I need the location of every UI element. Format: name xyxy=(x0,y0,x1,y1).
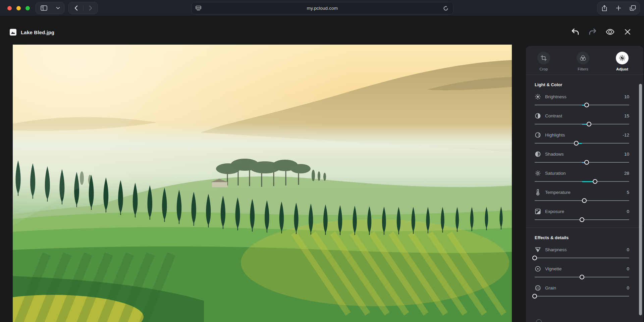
brightness-slider-thumb[interactable] xyxy=(584,103,589,107)
saturation-row: Saturation28 xyxy=(535,169,629,184)
share-button[interactable] xyxy=(597,2,611,14)
temperature-slider[interactable] xyxy=(535,198,629,203)
grain-icon xyxy=(535,285,541,291)
sharpness-icon xyxy=(535,247,541,253)
slider-label: Highlights xyxy=(545,132,565,138)
editor-header: Lake Bled.jpg xyxy=(0,16,644,45)
sidebar-menu-button[interactable] xyxy=(52,2,64,14)
address-bar[interactable]: my.pcloud.com xyxy=(191,2,453,14)
tab-label: Filters xyxy=(578,67,588,71)
slider-label: Vignette xyxy=(545,266,561,271)
window-controls xyxy=(7,6,30,10)
highlights-row: Highlights-12 xyxy=(535,130,629,146)
shadows-row: Shadows10 xyxy=(535,150,629,165)
section-light-color: Light & ColorBrightness10Contrast15Highl… xyxy=(526,82,643,222)
contrast-row: Contrast15 xyxy=(535,111,629,126)
slider-label: Exposure xyxy=(545,209,564,214)
shadows-slider[interactable] xyxy=(535,160,629,165)
grain-slider[interactable] xyxy=(535,294,629,299)
image-file-icon xyxy=(10,29,16,36)
plus-icon xyxy=(616,5,621,11)
grain-slider-thumb[interactable] xyxy=(532,294,537,299)
exposure-slider-thumb[interactable] xyxy=(580,217,584,222)
vignette-slider[interactable] xyxy=(535,275,629,279)
preview-button[interactable] xyxy=(606,28,614,36)
temperature-icon xyxy=(535,189,541,195)
slider-label: Brightness xyxy=(545,94,567,99)
redo-button[interactable] xyxy=(588,28,597,36)
shadows-icon xyxy=(535,151,541,157)
section-title: Light & Color xyxy=(535,82,629,88)
exposure-icon xyxy=(535,208,541,214)
undo-button[interactable] xyxy=(571,28,580,36)
section-effects-details: Effects & detailsSharpness0Vignette0Grai… xyxy=(526,235,643,299)
saturation-slider[interactable] xyxy=(535,179,629,184)
reload-button[interactable] xyxy=(443,6,448,11)
adjust-panel: CropFiltersAdjust Light & ColorBrightnes… xyxy=(526,46,643,322)
slider-label: Temperature xyxy=(545,190,571,195)
slider-label: Contrast xyxy=(545,113,562,118)
exposure-slider[interactable] xyxy=(535,217,629,222)
slider-value: 0 xyxy=(627,209,629,214)
highlights-slider[interactable] xyxy=(535,141,629,146)
file-title: Lake Bled.jpg xyxy=(10,29,54,36)
vignette-row: Vignette0 xyxy=(535,264,629,279)
forward-button[interactable] xyxy=(84,2,98,14)
chevron-right-icon xyxy=(89,5,92,11)
tab-filters[interactable]: Filters xyxy=(577,52,589,71)
contrast-slider[interactable] xyxy=(535,122,629,126)
back-button[interactable] xyxy=(69,2,83,14)
vignette-slider-thumb[interactable] xyxy=(580,275,584,279)
adjust-icon xyxy=(616,52,629,64)
slider-value: 28 xyxy=(624,171,629,176)
chevron-down-icon xyxy=(56,7,60,9)
undo-icon xyxy=(571,29,579,35)
close-icon xyxy=(625,29,631,35)
tab-label: Adjust xyxy=(616,67,628,71)
tab-adjust[interactable]: Adjust xyxy=(616,52,629,71)
close-window-button[interactable] xyxy=(7,6,12,10)
filters-icon xyxy=(577,52,589,64)
redo-icon xyxy=(589,29,597,35)
sharpness-row: Sharpness0 xyxy=(535,245,629,260)
crop-icon xyxy=(537,52,550,64)
contrast-slider-thumb[interactable] xyxy=(587,122,591,126)
temperature-slider-thumb[interactable] xyxy=(582,198,587,203)
chevron-left-icon xyxy=(74,5,78,11)
sharpness-slider[interactable] xyxy=(535,256,629,260)
slider-label: Shadows xyxy=(545,152,564,157)
sidebar-icon xyxy=(41,5,47,11)
shadows-slider-thumb[interactable] xyxy=(584,160,589,165)
highlights-icon xyxy=(535,132,541,138)
new-tab-button[interactable] xyxy=(611,2,626,14)
slider-label: Grain xyxy=(545,285,556,290)
url-text: my.pcloud.com xyxy=(192,6,453,11)
saturation-icon xyxy=(535,170,541,176)
slider-value: 0 xyxy=(627,285,629,290)
minimize-window-button[interactable] xyxy=(16,6,21,10)
share-icon xyxy=(602,5,607,11)
browser-toolbar: my.pcloud.com xyxy=(0,0,644,16)
saturation-slider-thumb[interactable] xyxy=(593,179,597,184)
tab-label: Crop xyxy=(540,67,548,71)
slider-label: Saturation xyxy=(545,171,566,176)
editor-tabs: CropFiltersAdjust xyxy=(526,46,643,74)
brightness-slider[interactable] xyxy=(535,103,629,107)
slider-label: Sharpness xyxy=(545,247,567,252)
tab-overview-button[interactable] xyxy=(626,2,640,14)
slider-value: 15 xyxy=(624,113,629,118)
highlights-slider-thumb[interactable] xyxy=(574,141,579,146)
sharpness-slider-thumb[interactable] xyxy=(532,256,537,260)
section-title: Effects & details xyxy=(535,235,629,241)
next-row-peek-icon xyxy=(536,319,542,322)
zoom-window-button[interactable] xyxy=(25,6,30,10)
eye-icon xyxy=(606,29,614,35)
slider-value: 0 xyxy=(627,247,629,252)
slider-value: 5 xyxy=(627,190,629,195)
close-editor-button[interactable] xyxy=(623,28,632,36)
tab-crop[interactable]: Crop xyxy=(537,52,550,71)
temperature-row: Temperature5 xyxy=(535,188,629,203)
sidebar-toggle-button[interactable] xyxy=(36,2,52,14)
panel-scrollbar[interactable] xyxy=(639,84,642,315)
slider-value: 0 xyxy=(627,266,629,271)
